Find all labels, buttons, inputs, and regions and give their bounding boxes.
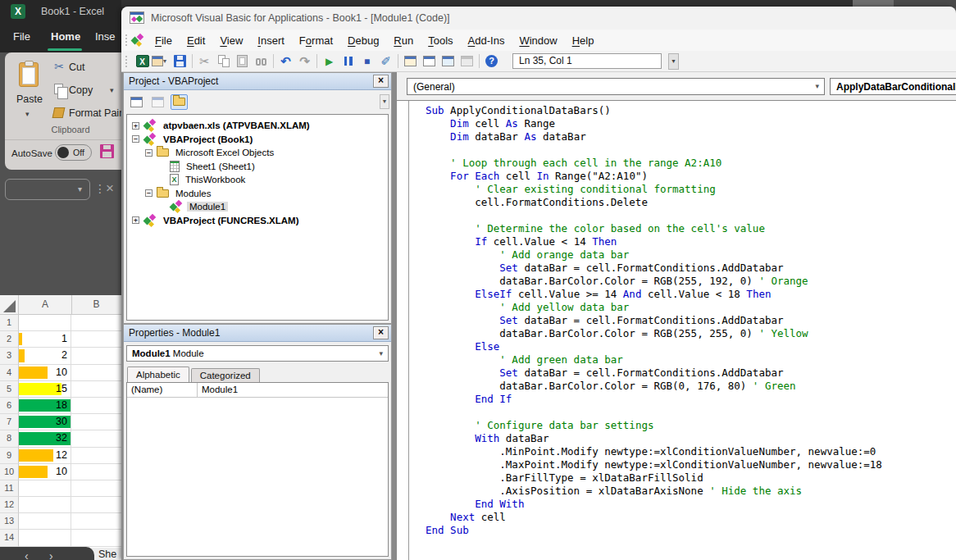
menu-format[interactable]: Format (292, 31, 340, 50)
cell-a12[interactable] (19, 497, 71, 513)
sheet-tab-label[interactable]: She (98, 549, 116, 560)
copy-icon[interactable] (54, 84, 63, 94)
name-box[interactable]: ▾ (5, 179, 90, 200)
cut-icon[interactable]: ✂ (52, 60, 66, 73)
ribbon-tab-insert[interactable]: Inse (95, 30, 116, 43)
row-header-7[interactable]: 7 (0, 414, 19, 430)
next-sheet-icon[interactable]: › (49, 549, 53, 560)
project-scroll-icon[interactable]: ▼ (380, 94, 389, 109)
cell-b7[interactable] (71, 414, 121, 430)
undo-icon[interactable]: ↶ (276, 53, 295, 70)
cell-b14[interactable] (71, 530, 121, 546)
cell-a11[interactable] (19, 480, 71, 497)
tree-item-modules[interactable]: −Modules (127, 187, 388, 201)
row-header-13[interactable]: 13 (0, 513, 19, 530)
copy-chevron-icon[interactable]: ▾ (110, 86, 114, 94)
property-row[interactable]: (Name) Module1 (127, 383, 388, 398)
row-header-5[interactable]: 5 (0, 381, 19, 398)
project-explorer-icon[interactable] (401, 53, 420, 70)
properties-close-icon[interactable]: × (373, 326, 389, 339)
cell-a14[interactable] (19, 530, 71, 546)
column-header-a[interactable]: A (19, 298, 71, 310)
row-header-3[interactable]: 3 (0, 348, 19, 364)
row-header-11[interactable]: 11 (0, 480, 19, 497)
save-icon[interactable] (100, 144, 114, 158)
formula-bar-dots-icon[interactable]: ⋮ (94, 182, 106, 195)
view-code-icon[interactable] (128, 94, 145, 110)
cell-b12[interactable] (71, 497, 121, 513)
tree-item-module1[interactable]: Module1 (127, 200, 388, 214)
cell-a4[interactable]: 10 (19, 365, 71, 381)
cut-label[interactable]: Cut (69, 61, 84, 73)
cell-a10[interactable]: 10 (19, 464, 71, 480)
menu-window[interactable]: Window (512, 31, 564, 50)
tree-item-sheet1-sheet1[interactable]: Sheet1 (Sheet1) (127, 160, 388, 174)
cell-b2[interactable] (71, 331, 121, 348)
prev-sheet-icon[interactable]: ‹ (25, 549, 29, 560)
row-header-6[interactable]: 6 (0, 398, 19, 414)
row-header-9[interactable]: 9 (0, 448, 19, 464)
row-header-2[interactable]: 2 (0, 331, 19, 348)
collapse-icon[interactable]: − (145, 189, 153, 197)
object-dropdown[interactable]: (General) ▾ (407, 78, 825, 95)
copy-label[interactable]: Copy (69, 84, 93, 96)
row-header-8[interactable]: 8 (0, 430, 19, 447)
collapse-icon[interactable]: − (132, 135, 139, 143)
cell-a2[interactable]: 1 (19, 331, 71, 348)
menu-insert[interactable]: Insert (250, 31, 292, 50)
properties-window-icon[interactable] (420, 53, 439, 70)
toolbar-drag-handle[interactable] (125, 55, 128, 68)
procedure-dropdown[interactable]: ApplyDataBarConditionalFor (830, 78, 956, 95)
cut-icon[interactable]: ✂ (195, 53, 214, 70)
paste-button[interactable]: Paste ▾ (10, 57, 49, 133)
row-header-14[interactable]: 14 (0, 530, 19, 546)
insert-userform-icon[interactable]: ▾ (152, 53, 171, 70)
select-all-corner[interactable] (0, 295, 19, 315)
find-icon[interactable] (252, 53, 271, 70)
object-browser-icon[interactable] (439, 53, 458, 70)
cell-a7[interactable]: 30 (19, 414, 71, 430)
view-object-icon[interactable] (149, 94, 166, 110)
cell-a6[interactable]: 18 (19, 398, 71, 414)
format-painter-icon[interactable] (52, 107, 66, 118)
cell-b13[interactable] (71, 513, 121, 530)
toolbox-icon[interactable] (458, 53, 476, 70)
reset-icon[interactable]: ■ (357, 53, 376, 70)
tree-item-thisworkbook[interactable]: XThisWorkbook (127, 173, 388, 187)
cell-a3[interactable]: 2 (19, 348, 71, 364)
menu-file[interactable]: File (148, 31, 180, 50)
break-icon[interactable] (339, 53, 357, 70)
cell-b4[interactable] (71, 365, 121, 381)
design-mode-icon[interactable]: ✐ (376, 53, 395, 70)
cell-a8[interactable]: 32 (19, 430, 71, 447)
menu-help[interactable]: Help (565, 31, 602, 50)
cell-b9[interactable] (71, 448, 121, 464)
cell-b1[interactable] (71, 315, 121, 331)
menu-view[interactable]: View (212, 31, 250, 50)
save-icon[interactable] (171, 53, 189, 70)
ribbon-tab-home[interactable]: Home (51, 30, 80, 43)
code-editor[interactable]: Sub ApplyConditionalDataBars() Dim cell … (397, 100, 956, 560)
toolbar-overflow-icon[interactable]: ▼ (668, 53, 679, 70)
menu-run[interactable]: Run (386, 31, 421, 50)
cell-a1[interactable] (19, 315, 71, 331)
properties-object-dropdown[interactable]: Module1 Module ▾ (126, 345, 389, 362)
view-microsoft-excel-icon[interactable]: X (133, 53, 152, 70)
row-header-12[interactable]: 12 (0, 497, 19, 513)
cell-a5[interactable]: 15 (19, 381, 71, 398)
autosave-toggle[interactable]: Off (55, 144, 92, 161)
tab-alphabetic[interactable]: Alphabetic (127, 367, 189, 382)
run-sub-icon[interactable]: ▶ (320, 53, 339, 70)
menu-add-ins[interactable]: Add-Ins (461, 31, 512, 50)
paste-icon[interactable] (233, 53, 252, 70)
tree-item-vbaproject-book1[interactable]: −VBAProject (Book1) (127, 133, 388, 147)
paste-chevron-icon[interactable]: ▾ (25, 110, 30, 118)
tree-item-atpvbaen-xls-atpvbaen-xlam[interactable]: +atpvbaen.xls (ATPVBAEN.XLAM) (127, 119, 388, 133)
help-icon[interactable]: ? (482, 53, 501, 70)
menu-tools[interactable]: Tools (421, 31, 460, 50)
tree-item-vbaproject-funcres-xlam[interactable]: +VBAProject (FUNCRES.XLAM) (127, 214, 388, 228)
column-header-b[interactable]: B (71, 298, 121, 310)
expand-icon[interactable]: + (132, 216, 139, 224)
module-window-icon[interactable] (131, 34, 144, 46)
formula-cancel-icon[interactable]: × (106, 180, 114, 197)
